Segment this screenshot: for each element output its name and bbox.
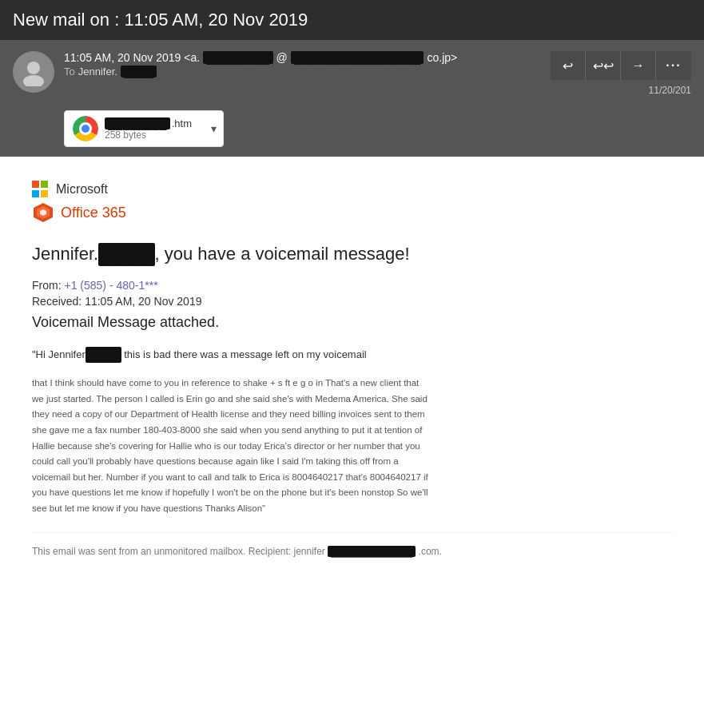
sender-line: 11:05 AM, 20 Nov 2019 <a. ████████ @ ███… <box>64 51 457 64</box>
svg-point-1 <box>23 75 44 86</box>
sender-at: @ <box>276 51 288 64</box>
voicemail-attached-text: Voicemail Message attached. <box>32 314 672 331</box>
svg-point-0 <box>27 62 40 74</box>
forward-button[interactable]: → <box>621 51 656 80</box>
ms-brand-text: Microsoft <box>56 182 108 197</box>
footer-text: This email was sent from an unmonitored … <box>32 546 325 557</box>
to-label: To <box>64 66 75 78</box>
ms-logo-area: Microsoft Office 365 <box>32 181 672 224</box>
sender-redacted: ████████ <box>203 51 272 64</box>
footer-redacted: ████████████ <box>328 546 416 557</box>
email-quote: "Hi Jennifer████ this is bad there was a… <box>32 347 672 364</box>
email-body: Microsoft Office 365 Jennifer.████, you … <box>0 157 704 581</box>
attachment-chip[interactable]: ████████ .htm 258 bytes ▾ <box>64 110 224 147</box>
email-header-right: ↩ ↩↩ → ··· 11/20/201 <box>551 48 691 96</box>
heading-text: Jennifer.████, you have a voicemail mess… <box>32 244 410 264</box>
attachment-row: ████████ .htm 258 bytes ▾ <box>0 104 704 157</box>
email-date-right: 11/20/201 <box>649 85 691 96</box>
office365-icon <box>32 201 54 224</box>
attachment-name-redacted: ████████ <box>105 117 170 129</box>
ms-brand-name: Microsoft <box>32 181 672 198</box>
email-header: 11:05 AM, 20 Nov 2019 <a. ████████ @ ███… <box>0 40 704 104</box>
name-redacted: ████ <box>98 243 154 266</box>
more-button[interactable]: ··· <box>656 51 691 80</box>
reply-all-button[interactable]: ↩↩ <box>586 51 621 80</box>
email-transcript: that I think should have come to you in … <box>32 376 432 516</box>
attachment-name: ████████ .htm <box>105 117 192 129</box>
office365-line: Office 365 <box>32 201 672 224</box>
attachment-info: ████████ .htm 258 bytes <box>105 117 192 141</box>
email-meta: 11:05 AM, 20 Nov 2019 <a. ████████ @ ███… <box>64 48 457 78</box>
email-header-left: 11:05 AM, 20 Nov 2019 <a. ████████ @ ███… <box>13 48 551 93</box>
voicemail-heading: Jennifer.████, you have a voicemail mess… <box>32 243 672 266</box>
received-label: Received: <box>32 295 82 308</box>
to-name: Jennifer. <box>78 66 117 78</box>
chevron-down-icon[interactable]: ▾ <box>211 122 217 135</box>
from-label: From: <box>32 279 62 292</box>
person-icon <box>19 58 48 86</box>
attachment-size: 258 bytes <box>105 129 192 141</box>
footer-suffix: .com. <box>419 546 442 557</box>
to-name-redacted: ████ <box>121 66 157 78</box>
quote-text: this is bad there was a message left on … <box>124 348 366 360</box>
sender-timestamp: 11:05 AM, 20 Nov 2019 <box>64 51 181 64</box>
sender-suffix: co.jp> <box>427 51 457 64</box>
avatar <box>13 51 54 93</box>
title-text: New mail on : 11:05 AM, 20 Nov 2019 <box>13 10 308 30</box>
title-bar: New mail on : 11:05 AM, 20 Nov 2019 <box>0 0 704 40</box>
chrome-icon <box>73 116 98 141</box>
quote-start: "Hi Jennifer <box>32 348 86 360</box>
reply-button[interactable]: ↩ <box>551 51 586 80</box>
action-buttons: ↩ ↩↩ → ··· <box>551 51 691 80</box>
ms-logo-icon <box>32 181 50 198</box>
email-footer: This email was sent from an unmonitored … <box>32 532 672 557</box>
sender-prefix: <a. <box>184 51 200 64</box>
from-number[interactable]: +1 (585) - 480-1*** <box>64 279 157 292</box>
from-line: From: +1 (585) - 480-1*** <box>32 279 672 292</box>
office365-text: Office 365 <box>61 205 126 221</box>
received-date: 11:05 AM, 20 Nov 2019 <box>85 295 201 308</box>
to-line: To Jennifer. ████ <box>64 66 457 78</box>
sender-domain-redacted: ████████████████ <box>291 51 424 64</box>
received-line: Received: 11:05 AM, 20 Nov 2019 <box>32 295 672 308</box>
quote-name-redacted: ████ <box>86 347 121 364</box>
attachment-extension: .htm <box>172 117 192 129</box>
